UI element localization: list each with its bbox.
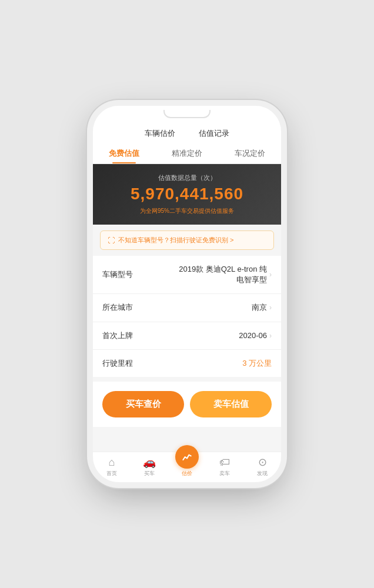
stats-desc: 为全网95%二手车交易提供估值服务 xyxy=(102,207,272,215)
scan-banner[interactable]: ⛶ 不知道车辆型号？扫描行驶证免费识别 > xyxy=(100,230,274,250)
phone-screen: 车辆估价 估值记录 免费估值 精准定价 车况定价 估值数据总量（次） 5,970… xyxy=(93,122,281,482)
scan-icon: ⛶ xyxy=(108,236,115,245)
sub-tab-condition[interactable]: 车况定价 xyxy=(218,143,281,163)
header: 车辆估价 估值记录 xyxy=(93,122,281,143)
form-value-text-date: 2020-06 xyxy=(239,330,267,341)
sub-tab-free[interactable]: 免费估值 xyxy=(93,143,156,163)
nav-label-home: 首页 xyxy=(106,470,117,477)
sell-valuation-button[interactable]: 卖车估值 xyxy=(190,391,272,417)
home-icon: ⌂ xyxy=(109,456,115,469)
header-tab-records[interactable]: 估值记录 xyxy=(199,128,229,143)
header-tab-valuation[interactable]: 车辆估价 xyxy=(145,128,175,143)
nav-item-buy[interactable]: 🚗 买车 xyxy=(131,456,168,477)
content-area: ⛶ 不知道车辆型号？扫描行驶证免费识别 > 车辆型号 2019款 奥迪Q2L e… xyxy=(93,225,281,452)
form-value-model: 2019款 奥迪Q2L e-tron 纯电智享型 › xyxy=(179,264,272,285)
button-row: 买车查价 卖车估值 xyxy=(93,382,281,427)
discover-icon: ⊙ xyxy=(258,456,267,469)
form-label-date: 首次上牌 xyxy=(102,330,133,341)
bottom-nav: ⌂ 首页 🚗 买车 估价 🏷 卖车 ⊙ 发 xyxy=(93,452,281,482)
form-label-model: 车辆型号 xyxy=(102,269,133,280)
stats-banner: 估值数据总量（次） 5,970,441,560 为全网95%二手车交易提供估值服… xyxy=(93,164,281,225)
scan-text: 不知道车辆型号？扫描行驶证免费识别 > xyxy=(118,236,233,245)
nav-item-sell[interactable]: 🏷 卖车 xyxy=(206,456,243,477)
valuation-circle xyxy=(175,445,199,469)
nav-item-valuation[interactable]: 估价 xyxy=(168,456,206,477)
stats-desc-highlight: 95% xyxy=(158,208,169,214)
stats-desc-prefix: 为全网 xyxy=(140,208,158,214)
form-value-date: 2020-06 › xyxy=(239,330,272,341)
form-row-city[interactable]: 所在城市 南京 › xyxy=(93,294,281,322)
nav-item-home[interactable]: ⌂ 首页 xyxy=(93,456,131,477)
nav-label-sell: 卖车 xyxy=(219,470,230,477)
form-value-mileage: 3 万公里 xyxy=(242,358,272,369)
stats-number: 5,970,441,560 xyxy=(102,185,272,203)
status-bar xyxy=(93,106,281,122)
stats-desc-suffix: 二手车交易提供估值服务 xyxy=(169,208,234,214)
form-value-text-city: 南京 xyxy=(252,302,267,313)
chevron-icon-model: › xyxy=(269,270,272,279)
phone-frame: 车辆估价 估值记录 免费估值 精准定价 车况定价 估值数据总量（次） 5,970… xyxy=(93,106,281,482)
form-row-model[interactable]: 车辆型号 2019款 奥迪Q2L e-tron 纯电智享型 › xyxy=(93,256,281,294)
stats-label: 估值数据总量（次） xyxy=(102,173,272,182)
form-label-mileage: 行驶里程 xyxy=(102,358,133,369)
chevron-icon-date: › xyxy=(269,332,272,340)
nav-label-valuation: 估价 xyxy=(182,470,192,477)
form-section: 车辆型号 2019款 奥迪Q2L e-tron 纯电智享型 › 所在城市 南京 … xyxy=(93,256,281,377)
car-icon: 🚗 xyxy=(143,456,156,469)
nav-item-discover[interactable]: ⊙ 发现 xyxy=(243,456,281,477)
buy-price-button[interactable]: 买车查价 xyxy=(102,391,184,417)
form-row-mileage[interactable]: 行驶里程 3 万公里 xyxy=(93,350,281,377)
chevron-icon-city: › xyxy=(269,303,272,312)
nav-label-buy: 买车 xyxy=(144,470,155,477)
form-label-city: 所在城市 xyxy=(102,302,133,313)
form-value-text-mileage: 3 万公里 xyxy=(242,358,272,369)
form-value-city: 南京 › xyxy=(252,302,272,313)
form-row-date[interactable]: 首次上牌 2020-06 › xyxy=(93,322,281,350)
sub-tab-precise[interactable]: 精准定价 xyxy=(156,143,219,163)
tag-icon: 🏷 xyxy=(219,456,230,469)
nav-label-discover: 发现 xyxy=(257,470,268,477)
chart-icon xyxy=(181,451,193,463)
sub-tabs: 免费估值 精准定价 车况定价 xyxy=(93,143,281,164)
form-value-text-model: 2019款 奥迪Q2L e-tron 纯电智享型 xyxy=(179,264,267,285)
phone-notch xyxy=(163,110,211,118)
